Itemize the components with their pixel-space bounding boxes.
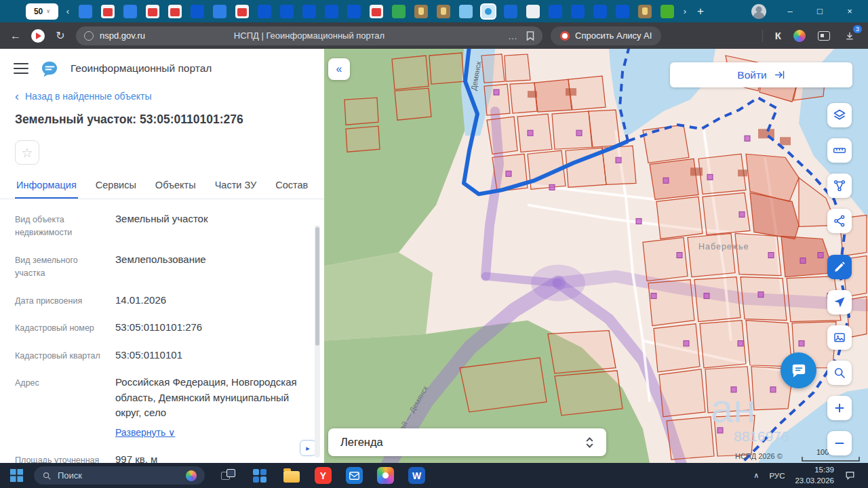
photos-icon[interactable] xyxy=(377,467,394,484)
geo-favicon xyxy=(481,5,495,18)
legend-label: Легенда xyxy=(340,436,383,449)
menu-button[interactable] xyxy=(14,61,28,77)
collapse-panel-button[interactable]: « xyxy=(328,58,350,80)
field-label: Адрес xyxy=(15,375,104,440)
measure-button[interactable] xyxy=(827,138,852,163)
profile-avatar[interactable] xyxy=(751,4,766,19)
extension-icon[interactable] xyxy=(793,30,806,42)
browser-tab[interactable] xyxy=(189,3,205,20)
browser-tab[interactable] xyxy=(435,3,452,20)
draw-button[interactable] xyxy=(827,255,852,279)
browser-tab[interactable] xyxy=(458,3,474,20)
layers-button[interactable] xyxy=(827,103,852,127)
screen: 50 ∨ ‹ › + – □ × ← ↻ nspd.gov.ru НСПД | … xyxy=(0,0,868,488)
more-icon[interactable]: … xyxy=(508,30,518,41)
expand-address-link[interactable]: Развернуть ∨ xyxy=(115,426,175,440)
browser-tab[interactable] xyxy=(502,3,519,20)
share-button[interactable] xyxy=(827,209,852,233)
zoom-out-button[interactable] xyxy=(827,431,852,455)
widgets-icon[interactable] xyxy=(251,467,269,485)
tabs-scroll-left-icon[interactable]: ‹ xyxy=(62,6,73,16)
browser-tab[interactable] xyxy=(547,3,564,20)
browser-tab[interactable] xyxy=(323,3,340,20)
word-icon[interactable]: W xyxy=(408,467,425,484)
login-button[interactable]: Войти xyxy=(670,62,852,87)
address-bar[interactable]: nspd.gov.ru НСПД | Геоинформационный пор… xyxy=(76,26,542,45)
browser-tab[interactable] xyxy=(368,3,384,20)
favorite-button[interactable]: ☆ xyxy=(15,140,39,165)
browser-tab[interactable] xyxy=(77,3,94,20)
close-button[interactable]: × xyxy=(844,6,856,16)
language-indicator[interactable]: РУС xyxy=(769,472,785,480)
browser-tab[interactable] xyxy=(167,3,183,20)
browser-tab[interactable] xyxy=(592,3,608,20)
browser-tab[interactable] xyxy=(279,3,295,20)
browser-tab[interactable] xyxy=(570,3,586,20)
downloads-button[interactable]: 3 xyxy=(842,28,857,43)
site-info-icon[interactable] xyxy=(84,31,94,41)
notification-icon[interactable] xyxy=(844,470,856,481)
browser-tab[interactable] xyxy=(659,3,675,20)
active-tab[interactable]: 50 ∨ xyxy=(26,3,58,20)
browser-tab[interactable] xyxy=(525,3,541,20)
map-viewport[interactable]: Демянск Валдай — Демянск Набережье ан 88… xyxy=(324,49,868,463)
word-letter: W xyxy=(412,470,421,481)
browser-tab[interactable] xyxy=(346,3,362,20)
start-button[interactable] xyxy=(9,468,24,483)
browser-tab[interactable] xyxy=(480,3,496,20)
tab-информация[interactable]: Информация xyxy=(15,176,78,199)
alice-button[interactable]: Спросить Алису AI xyxy=(551,26,661,45)
browser-tab[interactable] xyxy=(144,3,161,20)
tab-count: 50 xyxy=(34,7,43,16)
browser-tab[interactable] xyxy=(122,3,138,20)
tabs-scroll-right-icon[interactable]: › xyxy=(679,6,690,16)
browser-tab[interactable] xyxy=(256,3,273,20)
tab-объекты[interactable]: Объекты xyxy=(154,176,197,199)
maximize-button[interactable]: □ xyxy=(814,6,826,16)
browser-tab[interactable] xyxy=(301,3,317,20)
scrollbar-thumb[interactable] xyxy=(315,227,319,346)
related-objects-button[interactable] xyxy=(827,174,852,198)
locate-button[interactable] xyxy=(827,290,852,314)
screenshot-button[interactable] xyxy=(827,325,852,350)
clock[interactable]: 15:39 23.03.2026 xyxy=(795,465,834,486)
toolbar-divider xyxy=(762,30,763,42)
yandex-browser-icon[interactable] xyxy=(31,29,45,43)
tab-состав[interactable]: Состав xyxy=(274,176,309,199)
browser-tab[interactable] xyxy=(212,3,228,20)
pdf-favicon xyxy=(235,5,249,18)
browser-tab[interactable] xyxy=(100,3,116,20)
back-to-results-link[interactable]: ‹ Назад в найденные объекты xyxy=(0,81,324,102)
browser-tab[interactable] xyxy=(234,3,250,20)
legend-toggle[interactable]: Легенда xyxy=(328,428,606,456)
yandex-browser-taskbar-icon[interactable]: Y xyxy=(315,467,332,484)
minimize-button[interactable]: – xyxy=(784,6,796,16)
doc-favicon xyxy=(213,5,226,18)
panel-scrollbar[interactable] xyxy=(315,225,320,458)
tab-dropdown-icon[interactable]: ∨ xyxy=(46,8,50,14)
refresh-button[interactable]: ↻ xyxy=(53,29,68,42)
task-view-icon[interactable] xyxy=(219,467,237,485)
field-row: АдресРоссийская Федерация, Новгородская … xyxy=(15,375,309,440)
login-label: Войти xyxy=(737,69,766,81)
bookmark-icon[interactable] xyxy=(526,31,534,41)
search-map-button[interactable] xyxy=(827,361,852,385)
chat-button[interactable] xyxy=(781,352,816,388)
tab-сервисы[interactable]: Сервисы xyxy=(94,176,138,199)
kinopoisk-extension-icon[interactable]: К xyxy=(775,30,781,41)
new-tab-button[interactable]: + xyxy=(697,5,704,18)
collections-icon[interactable] xyxy=(818,31,830,41)
mail-icon[interactable] xyxy=(346,467,363,484)
zoom-in-button[interactable] xyxy=(827,396,852,420)
field-value: Землепользование xyxy=(115,252,206,281)
taskbar-search[interactable]: Поиск xyxy=(34,466,205,485)
back-button[interactable]: ← xyxy=(8,30,23,42)
browser-tab[interactable] xyxy=(413,3,429,20)
tabs-more-button[interactable]: ▸ xyxy=(300,440,316,456)
browser-tab[interactable] xyxy=(391,3,407,20)
browser-tab[interactable] xyxy=(614,3,631,20)
tab-части-зу[interactable]: Части ЗУ xyxy=(214,176,258,199)
tray-expand-icon[interactable]: ∧ xyxy=(753,471,759,480)
browser-tab[interactable] xyxy=(637,3,653,20)
file-explorer-icon[interactable] xyxy=(283,467,300,485)
